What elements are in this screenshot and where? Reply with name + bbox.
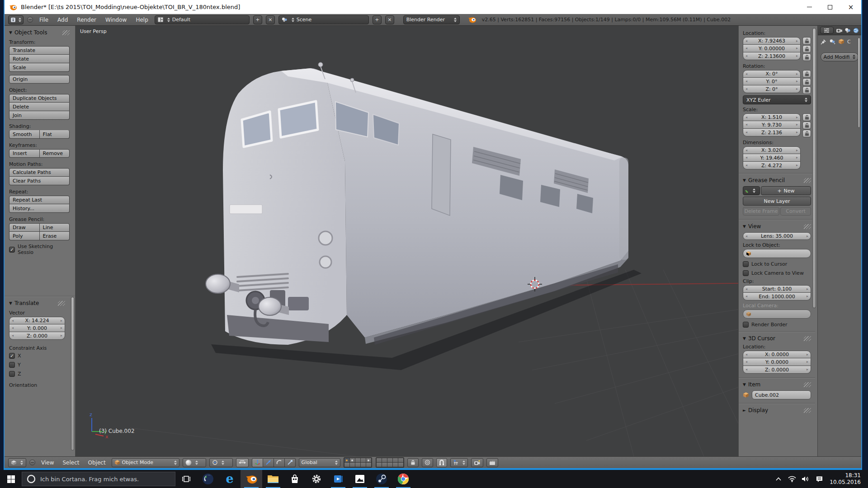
layer-8[interactable] [387,458,392,462]
opengl-render-anim-button[interactable] [486,458,498,467]
location-z-field[interactable]: ◂Z: 2.13600▸ [743,52,801,60]
layer-10[interactable] [398,458,403,462]
pivot-point-dropdown[interactable] [209,458,233,467]
duplicate-objects-button[interactable]: Duplicate Objects [9,94,70,103]
world-tab-icon[interactable] [853,28,859,33]
rotate-button[interactable]: Rotate [9,55,70,63]
lock-icon[interactable] [802,37,811,45]
gp-pencil-selector[interactable] [743,186,760,195]
scale-x-field[interactable]: ◂X: 1.510▸ [743,113,801,121]
taskbar-blender[interactable] [241,470,262,488]
pin-icon[interactable] [821,39,826,45]
dimensions-y-field[interactable]: ◂Y: 19.460▸ [743,154,801,162]
layer-19[interactable] [393,463,398,467]
cursor-y-field[interactable]: ◂Y: 0.0000▸ [743,358,811,366]
layer-17[interactable] [382,463,387,467]
rotation-x-field[interactable]: ◂X: 0°▸ [743,70,801,78]
object-tools-panel-header[interactable]: ▼ Object Tools [9,29,70,36]
action-center-icon[interactable] [813,470,825,488]
scene-selector[interactable]: Scene [278,15,369,24]
gp-new-layer-button[interactable]: New Layer [743,197,811,206]
grease-pencil-panel-header[interactable]: ▼ Grease Pencil [743,177,811,183]
gp-delete-frame-button[interactable]: Delete Frame [743,207,779,216]
lock-icon[interactable] [802,70,811,78]
tray-chevron-icon[interactable] [773,470,784,488]
translate-button[interactable]: Translate [9,46,70,55]
n-panel-scrollbar[interactable] [812,28,816,308]
layer-7[interactable] [382,458,387,462]
repeat-last-button[interactable]: Repeat Last [9,196,70,204]
collapse-menus-icon[interactable]: − [27,17,33,23]
layer-1[interactable] [344,458,349,462]
layer-buttons[interactable] [344,457,404,468]
origin-button[interactable]: Origin [9,75,70,84]
layer-9[interactable] [393,458,398,462]
screen-layout-selector[interactable]: Default [155,15,250,24]
editor-type-selector[interactable] [820,27,834,34]
dimensions-x-field[interactable]: ◂X: 3.020▸ [743,146,801,154]
taskbar-app-swirl[interactable] [197,470,219,488]
opengl-render-button[interactable] [471,458,483,467]
layer-3[interactable] [355,458,360,462]
taskbar-file-explorer[interactable] [262,470,284,488]
rotation-mode-dropdown[interactable]: XYZ Euler [743,95,811,104]
snap-toggle-button[interactable] [436,458,447,467]
gp-new-button[interactable]: + New [761,186,811,195]
minimize-button[interactable] [799,0,820,14]
layer-15[interactable] [366,463,371,467]
rotation-y-field[interactable]: ◂Y: 0°▸ [743,78,801,85]
proportional-edit-button[interactable] [422,458,433,467]
menu-add[interactable]: Add [55,17,71,23]
taskbar-movies-tv[interactable] [327,470,349,488]
close-button[interactable]: × [840,0,861,14]
lock-icon[interactable] [802,130,811,137]
taskbar-edge[interactable]: e [219,470,241,488]
collapse-menus-icon[interactable]: − [29,460,35,465]
layer-12[interactable] [350,463,355,467]
volume-icon[interactable] [800,470,811,488]
gp-line-button[interactable]: Line [39,223,70,232]
item-name-field[interactable]: Cube.002 [752,390,811,399]
layer-11[interactable] [344,463,349,467]
render-tab-icon[interactable] [836,28,843,33]
editor-type-selector[interactable] [8,458,26,467]
gp-convert-button[interactable]: Convert [780,207,811,216]
scale-z-field[interactable]: ◂Z: 2.136▸ [743,129,801,136]
maximize-button[interactable] [820,0,840,14]
lock-icon[interactable] [802,78,811,86]
mode-dropdown[interactable]: Object Mode [112,458,179,467]
gp-erase-button[interactable]: Erase [39,232,70,240]
lock-camera-checkbox[interactable] [743,270,749,276]
history-button[interactable]: History... [9,204,70,213]
vector-z-field[interactable]: ◂Z: 0.000▸ [9,332,65,340]
remove-scene-button[interactable]: × [385,15,394,24]
cursor-z-field[interactable]: ◂Z: 0.0000▸ [743,366,811,374]
dimensions-z-field[interactable]: ◂Z: 4.272▸ [743,162,801,169]
layer-4[interactable] [361,458,366,462]
gp-poly-button[interactable]: Poly [9,232,39,240]
layer-2[interactable] [350,458,355,462]
local-camera-field[interactable] [743,310,811,319]
menu-file[interactable]: File [37,17,51,23]
scene-breadcrumb-icon[interactable] [829,39,835,44]
insert-keyframe-button[interactable]: Insert [9,149,39,158]
scene-tab-icon[interactable] [844,28,851,33]
manipulator-arrow-button[interactable] [263,458,274,467]
viewport-3d[interactable]: z y x User Persp (3) Cube.002 [75,26,738,456]
menu-object[interactable]: Object [85,460,108,466]
menu-view[interactable]: View [38,460,57,466]
manipulator-toggle[interactable] [236,458,249,467]
cortana-search-box[interactable]: Ich bin Cortana. Frag mich etwas. [22,472,175,486]
remove-keyframe-button[interactable]: Remove [39,149,70,158]
manipulator-translate-button[interactable] [252,458,263,467]
start-button[interactable] [0,470,22,488]
scale-y-field[interactable]: ◂Y: 9.730▸ [743,121,801,129]
render-border-checkbox[interactable] [743,322,749,328]
transform-orientation-dropdown[interactable]: Global [299,458,340,467]
viewport-shading-dropdown[interactable] [183,458,206,467]
translate-panel-header[interactable]: ▼ Translate [9,300,65,306]
add-modifier-dropdown[interactable]: Add Modifi [821,52,859,61]
display-panel-header[interactable]: ► Display [743,407,811,413]
constraint-x-checkbox[interactable]: ✓ [9,353,15,359]
layer-6[interactable] [377,458,382,462]
